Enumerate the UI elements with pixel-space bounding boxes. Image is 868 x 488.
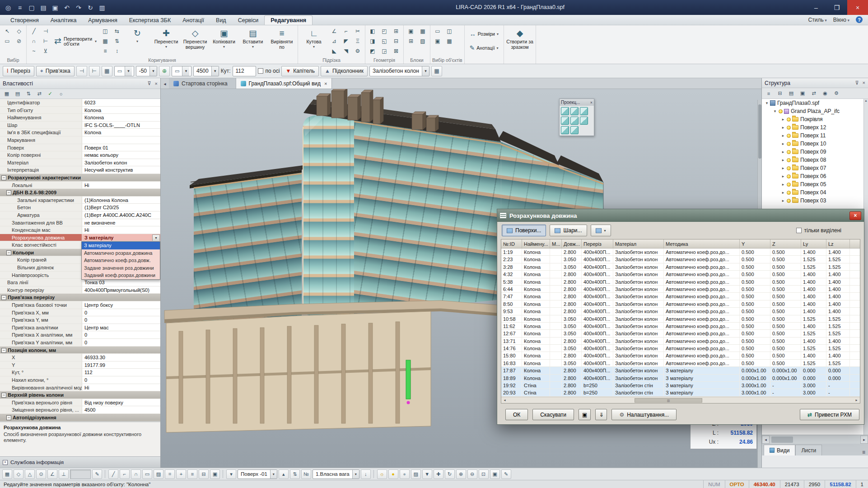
- visibility-bulb-icon[interactable]: [787, 191, 791, 195]
- tree-item[interactable]: ▸ Поверх 05: [762, 180, 868, 188]
- trim-icon[interactable]: ⊣: [40, 26, 51, 36]
- table-row[interactable]: 4:32Колона2.800400x400П...Залізобетон ко…: [501, 271, 860, 278]
- toolbar-icon[interactable]: [223, 470, 224, 478]
- geometry-icon-9[interactable]: ⊠: [391, 46, 401, 56]
- toolbar-icon[interactable]: [105, 470, 106, 478]
- scroll-left-icon[interactable]: ◂: [762, 436, 770, 444]
- toolbar-icon[interactable]: [373, 470, 374, 478]
- style-menu[interactable]: Стиль: [808, 17, 827, 23]
- sketch-icon[interactable]: ✎: [501, 469, 511, 479]
- tree-expander-icon[interactable]: ▾: [772, 109, 778, 113]
- property-row[interactable]: Позиція колони, мм: [0, 347, 160, 354]
- tree-mode-icon[interactable]: ≡: [764, 89, 774, 98]
- proj-bottom-icon[interactable]: [580, 117, 588, 125]
- cut-plane-icon[interactable]: ◥: [341, 46, 351, 56]
- property-row[interactable]: Загальні характеристики (1)Колонна Колон…: [0, 197, 160, 204]
- tree-group-icon[interactable]: ▤: [786, 89, 796, 98]
- table-row[interactable]: 15:80Колона2.800400x400П...Залізобетон к…: [501, 352, 860, 359]
- geometry-icon-7[interactable]: ⊞: [391, 26, 401, 36]
- dialog-titlebar[interactable]: Розрахункова довжина ×: [497, 209, 864, 222]
- property-value[interactable]: Тонка 03: [82, 279, 160, 286]
- property-value[interactable]: 0: [82, 339, 160, 346]
- tree-item[interactable]: ▸ Поверх 08: [762, 156, 868, 164]
- geometry-icon-4[interactable]: ◰: [379, 26, 390, 36]
- levels-icon[interactable]: ≡: [187, 469, 197, 479]
- loadcase-select[interactable]: 1.Власна вага: [313, 469, 359, 479]
- tree-item[interactable]: ▾ Grand Plaza_AP_ifc: [762, 107, 868, 115]
- storey-lock-icon[interactable]: ⇅: [290, 469, 300, 479]
- visibility-bulb-icon[interactable]: [787, 174, 791, 178]
- tree-collapse-icon[interactable]: ⊟: [775, 89, 785, 98]
- apply-rxm-button[interactable]: ⇄Привести РХМ: [800, 409, 859, 420]
- block-insert-icon[interactable]: ⊞: [406, 36, 416, 46]
- table-row[interactable]: 17:87Колона2.800400x400П...Залізобетон к…: [501, 367, 860, 374]
- tab-list-icon[interactable]: ≡: [862, 449, 865, 455]
- zoom-in-icon[interactable]: ⊕: [456, 469, 466, 479]
- polyline-tool-icon[interactable]: ⌐: [120, 469, 130, 479]
- tree-item[interactable]: ▸ Поверх 07: [762, 164, 868, 172]
- capital-button[interactable]: ▼ Капітель: [281, 66, 319, 76]
- trim-settings-icon[interactable]: ⚙: [352, 46, 363, 56]
- close-icon[interactable]: ×: [863, 80, 865, 86]
- table-hscrollbar[interactable]: ◂ ▥ ▸: [501, 397, 860, 403]
- section-shape-select[interactable]: ▭: [172, 66, 191, 76]
- property-row[interactable]: Матеріал Залізобетон колон: [0, 159, 160, 167]
- ribbon-tab[interactable]: Експертиза ЗБК: [123, 16, 177, 25]
- ribbon-tab[interactable]: Редагування: [264, 15, 313, 25]
- property-row[interactable]: Розрахункові характеристики: [0, 174, 160, 182]
- snap-middle-icon[interactable]: △: [25, 469, 35, 479]
- table-header-cell[interactable]: Наймену...: [522, 239, 550, 248]
- property-row[interactable]: Локальні Ні: [0, 182, 160, 189]
- geometry-icon-3[interactable]: ◩: [367, 46, 378, 56]
- property-row[interactable]: Шар IFC S-COLS-____-OTLN: [0, 122, 160, 129]
- line-type-select[interactable]: ▭: [114, 66, 134, 76]
- property-value[interactable]: IFC S-COLS-____-OTLN: [82, 122, 160, 129]
- pick-similar-icon[interactable]: ▣: [432, 36, 443, 46]
- property-row[interactable]: Прив'язка верхнього рівня Від низу повер…: [0, 399, 160, 407]
- property-row[interactable]: Y 19177.99: [0, 361, 160, 369]
- snap-status-box[interactable]: [70, 469, 91, 479]
- tab-scroll-left[interactable]: ◂: [161, 79, 169, 89]
- snap-grid-icon[interactable]: ▦: [2, 469, 12, 479]
- maximize-button[interactable]: ❒: [826, 0, 847, 15]
- trim-body-icon[interactable]: ◣: [329, 46, 340, 56]
- table-header-cell[interactable]: М...: [550, 239, 562, 248]
- property-value[interactable]: 112: [82, 369, 160, 376]
- table-row[interactable]: 18:89Колона2.800400x400П...Залізобетон к…: [501, 375, 860, 382]
- property-row[interactable]: Прив'язка Y, мм 0: [0, 316, 160, 324]
- stretch-icon[interactable]: ⇆: [112, 26, 122, 36]
- selected-column[interactable]: [406, 360, 411, 399]
- arc-tool-icon[interactable]: ∩: [131, 469, 141, 479]
- property-row[interactable]: Прив'язка аналітики Центр мас: [0, 324, 160, 332]
- camera-icon[interactable]: ▣: [210, 469, 220, 479]
- scissors-icon[interactable]: ✂: [352, 26, 363, 36]
- property-value[interactable]: Поверх 01: [82, 144, 160, 151]
- tree-item[interactable]: ▸ Поверх 11: [762, 131, 868, 140]
- orbit-icon[interactable]: ↻: [445, 469, 455, 479]
- axis-checkbox[interactable]: по осі: [258, 66, 280, 76]
- property-value[interactable]: Ні: [82, 182, 160, 189]
- scroll-right-icon[interactable]: ▸: [860, 436, 868, 444]
- property-row[interactable]: ДБН В.2.6-98:2009: [0, 189, 160, 197]
- property-value[interactable]: Від низу поверху: [82, 399, 160, 406]
- table-row[interactable]: 20:93Стіна2.800b=250Залізобетон стінЗ ма…: [501, 389, 860, 396]
- tab-close-icon[interactable]: ×: [324, 81, 327, 86]
- new-file-icon[interactable]: ▢: [26, 2, 37, 13]
- property-row[interactable]: Ім'я в ЗБК специфікації Колона: [0, 129, 160, 136]
- property-value[interactable]: Центр боксу: [82, 301, 160, 309]
- tree-expander-icon[interactable]: ▸: [780, 133, 786, 138]
- offset-select[interactable]: -50: [136, 66, 157, 76]
- trim-face-icon[interactable]: ⊿: [329, 36, 340, 46]
- props-categorized-icon[interactable]: ▦: [2, 90, 12, 98]
- visibility-bulb-icon[interactable]: [787, 158, 791, 162]
- table-row[interactable]: 9:53Колона2.800400x400П...Залізобетон ко…: [501, 308, 860, 315]
- property-row[interactable]: Нахил колони, ° 0: [0, 376, 160, 384]
- visibility-bulb-icon[interactable]: [787, 183, 791, 187]
- property-row[interactable]: Кут, ° 112: [0, 369, 160, 376]
- table-header-cell[interactable]: Методика: [664, 239, 740, 248]
- select-cursor-icon[interactable]: ↖: [2, 26, 13, 36]
- visibility-bulb-icon[interactable]: [787, 166, 791, 170]
- create-by-sample-button[interactable]: ◆ Створити за зразком ▾: [506, 26, 534, 56]
- proj-back-icon[interactable]: [561, 117, 569, 125]
- property-row[interactable]: Прив'язка базової точки Центр боксу: [0, 301, 160, 309]
